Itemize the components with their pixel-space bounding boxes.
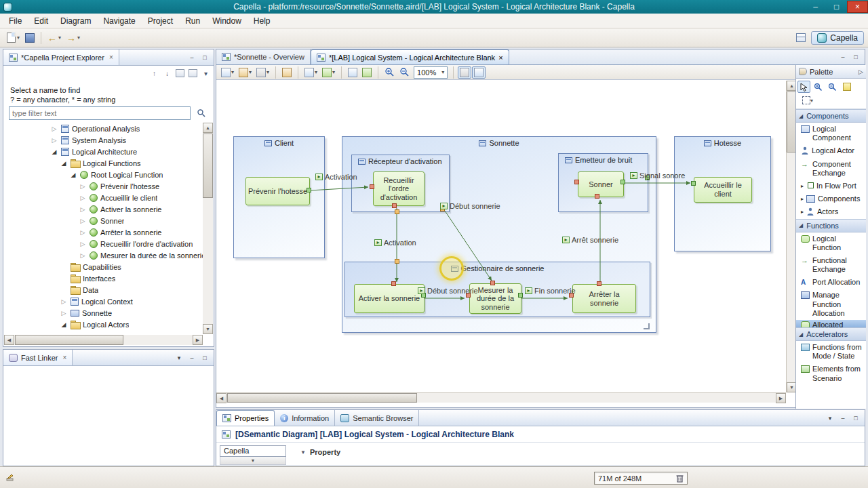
capella-perspective-button[interactable]: Capella (811, 31, 864, 45)
tree-item-sonnette[interactable]: ▷Sonnette (4, 307, 203, 319)
scroll-left-button[interactable]: ◀ (4, 335, 14, 345)
filter-text-input[interactable] (9, 106, 191, 120)
new-wizard-button[interactable]: ▾ (4, 30, 22, 45)
edge-label-debut-sonnerie-2[interactable]: Début sonnerie (418, 287, 478, 295)
scroll-right-button[interactable]: ▶ (776, 393, 786, 403)
edge-label-signal-sonore[interactable]: Signal sonore (630, 171, 685, 180)
menu-edit[interactable]: Edit (28, 14, 54, 28)
tree-item-prevenir-hotesse[interactable]: ▷Prévenir l'hotesse (4, 180, 203, 192)
align-button[interactable] (346, 66, 359, 79)
minimize-editor-button[interactable]: – (837, 52, 848, 62)
edge-label-activation-1[interactable]: Activation (315, 173, 357, 181)
dropdown-caret-icon[interactable]: ▾ (249, 69, 252, 75)
tab-sonnette-overview[interactable]: *Sonnette - Overview (216, 49, 311, 64)
palette-tool-elements-from-scenario[interactable]: Elements from Scenario (796, 363, 866, 384)
tree-item-system-analysis[interactable]: ▷System Analysis (4, 134, 203, 146)
remove-from-diagram-button[interactable]: ▾ (254, 66, 271, 79)
output-port[interactable] (392, 203, 397, 208)
input-port[interactable] (595, 194, 599, 199)
menu-window[interactable]: Window (206, 14, 248, 28)
close-view-icon[interactable]: × (109, 54, 113, 61)
close-tab-icon[interactable]: × (498, 54, 502, 62)
tree-item-interfaces[interactable]: Interfaces (4, 272, 203, 284)
stack-arrow-icon[interactable]: ▸ (801, 209, 804, 216)
canvas-horizontal-scrollbar[interactable]: ◀ ▶ (216, 392, 786, 403)
selection-tool[interactable] (797, 81, 810, 93)
tree-item-arreter-sonnerie[interactable]: ▷Arrêter la sonnerie (4, 226, 203, 238)
collapse-icon[interactable]: ◢ (60, 160, 68, 167)
zoom-out-button[interactable] (397, 66, 412, 79)
expand-icon[interactable]: ▷ (60, 310, 68, 317)
open-perspective-button[interactable] (793, 30, 808, 45)
scroll-up-button[interactable]: ▲ (203, 123, 213, 133)
minimize-view-button[interactable]: – (186, 353, 197, 363)
forward-navigation-button[interactable]: → ▾ (64, 30, 83, 45)
add-related-elements-button[interactable]: ▾ (219, 66, 236, 79)
scrollbar-thumb[interactable] (787, 92, 796, 152)
dropdown-caret-icon[interactable]: ▾ (77, 35, 80, 41)
close-window-button[interactable]: × (847, 1, 868, 13)
tree-item-root-logical-function[interactable]: ◢Root Logical Function (4, 169, 203, 180)
palette-tool-logical-actor[interactable]: Logical Actor (796, 144, 866, 157)
back-navigation-button[interactable]: ← ▾ (45, 30, 64, 45)
collapse-icon[interactable]: ◢ (69, 171, 77, 178)
previous-match-button[interactable]: ↑ (149, 68, 159, 78)
collapse-icon[interactable]: ◢ (60, 321, 68, 328)
maximize-view-button[interactable]: □ (199, 353, 210, 363)
view-menu-button[interactable]: ▾ (825, 413, 835, 423)
output-port[interactable] (518, 293, 523, 298)
scroll-left-button[interactable]: ◀ (216, 393, 226, 403)
tree-item-logical-architecture[interactable]: ◢Logical Architecture (4, 146, 203, 157)
palette-header[interactable]: Palette ▷ (796, 65, 866, 79)
close-view-icon[interactable]: × (62, 354, 66, 361)
view-menu-button[interactable]: ▾ (174, 353, 184, 363)
property-section-header[interactable]: ▼ Property (300, 448, 340, 456)
maximize-window-button[interactable]: □ (826, 1, 847, 13)
link-with-editor-button[interactable] (188, 68, 198, 78)
palette-section-components[interactable]: ◢ Components (796, 109, 866, 123)
canvas-vertical-scrollbar[interactable]: ▲ ▼ (786, 81, 796, 392)
menu-file[interactable]: File (3, 14, 28, 28)
input-port[interactable] (691, 181, 696, 186)
output-port[interactable] (620, 180, 625, 184)
tree-horizontal-scrollbar[interactable]: ◀ ▶ (4, 335, 203, 345)
tree-item-recueillir-ordre[interactable]: ▷Recueillir l'ordre d'activation (4, 238, 203, 249)
dropdown-caret-icon[interactable]: ▾ (231, 69, 234, 75)
palette-tool-allocated[interactable]: Allocated (796, 320, 866, 327)
menu-navigate[interactable]: Navigate (97, 14, 141, 28)
note-tool[interactable] (840, 81, 853, 93)
marquee-tool[interactable]: ▾ (797, 94, 818, 106)
expand-icon[interactable]: ▷ (50, 125, 58, 132)
dropdown-caret-icon[interactable]: ▾ (332, 69, 335, 75)
tab-information[interactable]: Information (275, 410, 335, 426)
zoom-in-button[interactable] (382, 66, 397, 79)
stack-arrow-icon[interactable]: ▸ (801, 196, 804, 203)
pin-elements-button[interactable] (280, 66, 294, 79)
tree-item-logical-actors[interactable]: ◢Logical Actors (4, 319, 203, 330)
category-tab-capella[interactable]: Capella (220, 445, 286, 457)
palette-tool-components-stack[interactable]: ▸ Components (796, 192, 866, 205)
tree-item-activer-sonnerie[interactable]: ▷Activer la sonnerie (4, 203, 203, 215)
maximize-view-button[interactable]: □ (850, 413, 861, 423)
tab-properties[interactable]: Properties (216, 410, 275, 426)
palette-section-accelerators[interactable]: ◢ Accelerators (796, 327, 866, 341)
menu-diagram[interactable]: Diagram (54, 14, 97, 28)
palette-tool-functional-exchange[interactable]: → Functional Exchange (796, 254, 866, 276)
next-match-button[interactable]: ↓ (162, 68, 172, 78)
dropdown-caret-icon[interactable]: ▾ (441, 69, 444, 75)
palette-tool-port-allocation[interactable]: A Port Allocation (796, 276, 866, 289)
tree-item-sonner[interactable]: ▷Sonner (4, 215, 203, 226)
view-menu-button[interactable]: ▾ (201, 68, 211, 78)
expand-icon[interactable]: ▷ (79, 252, 87, 259)
tree-item-accueillir-client[interactable]: ▷Accueillir le client (4, 192, 203, 203)
dropdown-caret-icon[interactable]: ▾ (17, 35, 20, 41)
filters-button[interactable]: ▾ (237, 66, 254, 79)
palette-tool-logical-function[interactable]: Logical Function (796, 232, 866, 254)
dropdown-caret-icon[interactable]: ▾ (267, 69, 269, 75)
diagram-canvas[interactable]: Client Sonnette Hotesse Récepteur d'acti… (216, 81, 786, 392)
fast-linker-tab[interactable]: Fast Linker × (3, 350, 73, 365)
input-port[interactable] (490, 281, 495, 285)
stack-arrow-icon[interactable]: ▸ (801, 183, 804, 190)
tree-item-capabilities[interactable]: Capabilities (4, 261, 203, 272)
maximize-editor-button[interactable]: □ (850, 52, 861, 62)
